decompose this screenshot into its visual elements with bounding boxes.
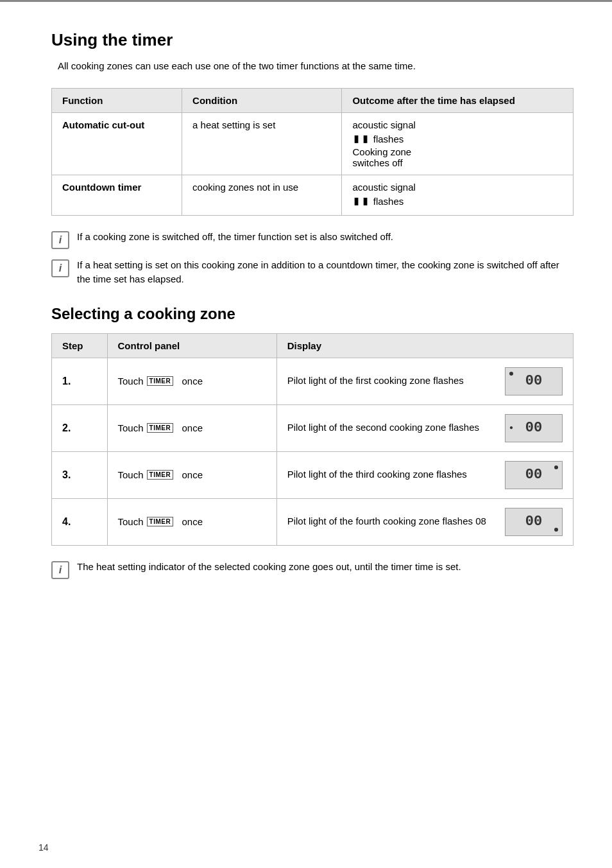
step-2-display-graphic: ● 00 (505, 414, 563, 442)
dot-indicator (554, 528, 558, 532)
step-2-display: Pilot light of the second cooking zone f… (276, 404, 573, 451)
timer-table: Function Condition Outcome after the tim… (51, 88, 574, 216)
step-3-control: Touch TIMER once (107, 451, 276, 498)
page: Using the timer All cooking zones can us… (0, 0, 612, 868)
step-3-display-graphic: 00 (505, 461, 563, 489)
table-row: Countdown timer cooking zones not in use… (52, 175, 574, 215)
intro-text: All cooking zones can use each use one o… (58, 59, 574, 74)
section2-title: Selecting a cooking zone (51, 305, 574, 323)
table-row: 4. Touch TIMER once Pilot light of the f… (52, 498, 574, 545)
th-function: Function (52, 88, 182, 112)
info-box-2: i If a heat setting is set on this cooki… (51, 258, 574, 287)
step-2-num: 2. (52, 404, 108, 451)
condition-countdown: cooking zones not in use (182, 175, 342, 215)
step-1-display: Pilot light of the first cooking zone fl… (276, 358, 573, 404)
step-4-display-text: Pilot light of the fourth cooking zone f… (287, 514, 493, 529)
step-3-num: 3. (52, 451, 108, 498)
section-selecting-zone: Selecting a cooking zone Step Control pa… (51, 305, 574, 579)
steps-table: Step Control panel Display 1. Touch TIME… (51, 333, 574, 546)
info-text-3: The heat setting indicator of the select… (77, 560, 574, 575)
info-text-1: If a cooking zone is switched off, the t… (77, 230, 574, 245)
dot-indicator (554, 465, 558, 469)
info-icon-3: i (51, 561, 69, 579)
table-row: Automatic cut-out a heat setting is set … (52, 112, 574, 175)
step-3-display-text: Pilot light of the third cooking zone fl… (287, 467, 493, 482)
timer-label: TIMER (147, 470, 174, 480)
timer-label: TIMER (147, 423, 174, 433)
outcome-countdown: acoustic signal ▮▮ flashes (342, 175, 574, 215)
section-using-timer: Using the timer All cooking zones can us… (51, 30, 574, 287)
table-row: 1. Touch TIMER once Pilot light of the f… (52, 358, 574, 404)
section1-title: Using the timer (51, 30, 574, 50)
th-control: Control panel (107, 333, 276, 358)
step-1-num: 1. (52, 358, 108, 404)
step-2-display-text: Pilot light of the second cooking zone f… (287, 421, 493, 435)
step-4-num: 4. (52, 498, 108, 545)
th-outcome: Outcome after the time has elapsed (342, 88, 574, 112)
dot-indicator (509, 372, 513, 376)
info-icon-1: i (51, 231, 69, 249)
step-1-display-graphic: 00 (505, 367, 563, 395)
dot-left: ● (509, 425, 513, 431)
step-2-control: Touch TIMER once (107, 404, 276, 451)
timer-label: TIMER (147, 517, 174, 526)
timer-label: TIMER (147, 376, 174, 386)
outcome-automatic: acoustic signal ▮▮ flashes Cooking zones… (342, 112, 574, 175)
page-number: 14 (38, 842, 49, 853)
step-4-display: Pilot light of the fourth cooking zone f… (276, 498, 573, 545)
function-countdown: Countdown timer (52, 175, 182, 215)
step-4-display-graphic: 00 (505, 508, 563, 536)
info-box-3: i The heat setting indicator of the sele… (51, 560, 574, 579)
step-1-display-text: Pilot light of the first cooking zone fl… (287, 374, 493, 388)
table-row: 3. Touch TIMER once Pilot light of the t… (52, 451, 574, 498)
info-text-2: If a heat setting is set on this cooking… (77, 258, 574, 287)
function-automatic: Automatic cut-out (52, 112, 182, 175)
info-box-1: i If a cooking zone is switched off, the… (51, 230, 574, 249)
condition-automatic: a heat setting is set (182, 112, 342, 175)
th-step: Step (52, 333, 108, 358)
step-3-display: Pilot light of the third cooking zone fl… (276, 451, 573, 498)
step-4-control: Touch TIMER once (107, 498, 276, 545)
step-1-control: Touch TIMER once (107, 358, 276, 404)
th-display: Display (276, 333, 573, 358)
table-row: 2. Touch TIMER once Pilot light of the s… (52, 404, 574, 451)
th-condition: Condition (182, 88, 342, 112)
info-icon-2: i (51, 259, 69, 277)
